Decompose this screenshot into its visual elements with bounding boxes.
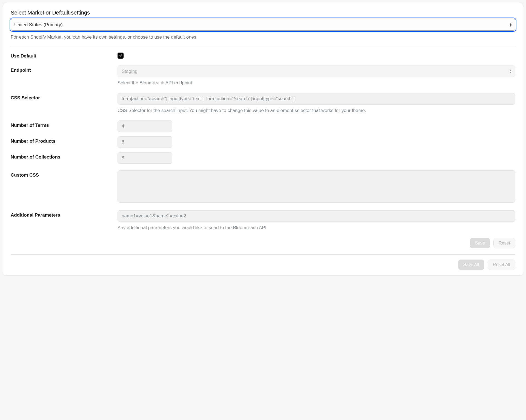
label-css-selector: CSS Selector [11,93,118,101]
endpoint-select[interactable]: Staging [118,65,515,77]
label-use-default: Use Default [11,51,118,59]
row-css-selector: CSS Selector CSS Selector for the search… [11,93,515,114]
row-num-products: Number of Products [11,136,515,148]
row-num-collections: Number of Collections [11,152,515,164]
checkmark-icon [119,54,122,57]
label-num-products: Number of Products [11,136,118,144]
market-select-wrap: United States (Primary) ▴▾ [11,19,515,31]
row-endpoint: Endpoint Staging ▴▾ Select the Bloomreac… [11,65,515,87]
use-default-checkbox[interactable] [118,53,124,59]
custom-css-textarea[interactable] [118,170,515,203]
row-additional-params: Additional Parameters Any additional par… [11,210,515,231]
reset-button[interactable]: Reset [493,238,515,248]
label-num-terms: Number of Terms [11,120,118,128]
market-select-help: For each Shopify Market, you can have it… [11,34,515,40]
label-custom-css: Custom CSS [11,170,118,178]
css-selector-help: CSS Selector for the search input. You m… [118,107,515,114]
row-custom-css: Custom CSS [11,170,515,204]
css-selector-input[interactable] [118,93,515,105]
divider [11,46,515,46]
num-products-input[interactable] [118,136,172,148]
row-num-terms: Number of Terms [11,120,515,132]
endpoint-help: Select the Bloomreach API endpoint [118,80,515,87]
reset-all-button[interactable]: Reset All [488,260,515,270]
settings-card: Select Market or Default settings United… [3,3,523,276]
save-button[interactable]: Save [470,238,490,248]
divider [11,254,515,255]
label-endpoint: Endpoint [11,65,118,73]
additional-params-help: Any additional parameters you would like… [118,225,515,231]
label-additional-params: Additional Parameters [11,210,118,218]
row-use-default: Use Default [11,51,515,59]
market-select[interactable]: United States (Primary) [11,19,515,31]
label-num-collections: Number of Collections [11,152,118,160]
num-terms-input[interactable] [118,120,172,132]
global-actions-row: Save All Reset All [11,260,515,270]
actions-row: Save Reset [11,238,515,248]
num-collections-input[interactable] [118,152,172,164]
market-select-label: Select Market or Default settings [11,10,515,16]
additional-params-input[interactable] [118,210,515,222]
save-all-button[interactable]: Save All [458,260,484,270]
